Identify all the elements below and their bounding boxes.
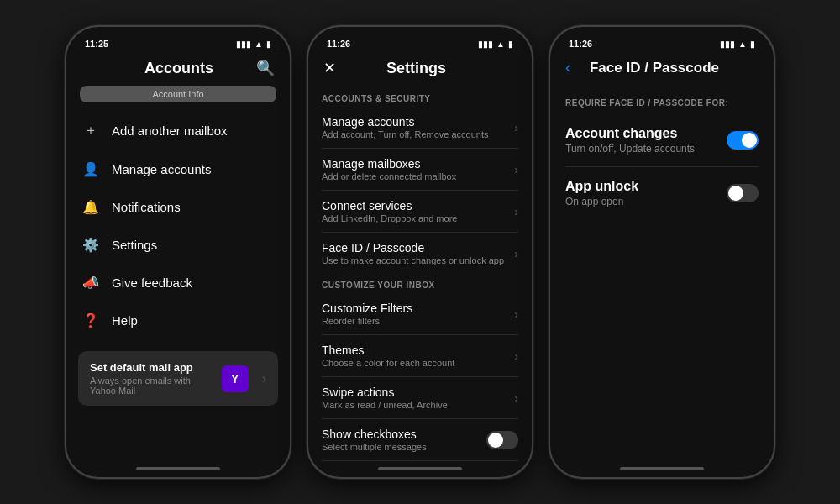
help-icon: ❓: [81, 312, 100, 328]
account-changes-title: Account changes: [565, 126, 727, 141]
section-customize: Customize Your Inbox: [308, 274, 532, 293]
swipe-sub: Mark as read / unread, Archive: [322, 400, 514, 410]
account-changes-sub: Turn on/off, Update accounts: [565, 143, 727, 155]
chevron-icon: ›: [514, 121, 518, 134]
settings-item-manage-accounts[interactable]: Manage accounts Add account, Turn off, R…: [308, 107, 532, 148]
signal-icon-3: ▮▮▮: [720, 39, 735, 49]
chevron-icon-6: ›: [514, 349, 518, 363]
home-indicator-2: [378, 467, 462, 470]
menu-item-add-mailbox[interactable]: ＋ Add another mailbox: [66, 111, 290, 150]
status-bar-2: 11:26 ▮▮▮ ▲ ▮: [308, 27, 532, 52]
section-accounts-security: Accounts & Security: [308, 87, 532, 107]
faceid-sub: Use to make account changes or unlock ap…: [322, 255, 514, 265]
wifi-icon-3: ▲: [738, 39, 747, 49]
menu-item-notifications[interactable]: 🔔 Notifications: [66, 188, 290, 226]
settings-header: ✕ Settings: [308, 52, 532, 87]
phone2-content: ✕ Settings Accounts & Security Manage ac…: [308, 52, 532, 467]
manage-mailboxes-title: Manage mailboxes: [322, 157, 514, 171]
accounts-header: Accounts 🔍: [66, 52, 290, 86]
accounts-title: Accounts: [102, 60, 256, 77]
customize-filters-title: Customize Filters: [322, 302, 514, 315]
yahoo-icon: Y: [222, 365, 249, 392]
manage-accounts-label: Manage accounts: [112, 162, 211, 176]
phone-accounts: 11:25 ▮▮▮ ▲ ▮ Accounts 🔍 Account Info ＋ …: [65, 25, 291, 479]
settings-item-swipe-actions[interactable]: Swipe actions Mark as read / unread, Arc…: [308, 377, 532, 418]
phone-settings: 11:26 ▮▮▮ ▲ ▮ ✕ Settings Accounts & Secu…: [307, 25, 533, 479]
search-icon[interactable]: 🔍: [256, 59, 275, 77]
customize-filters-sub: Reorder filters: [322, 316, 514, 326]
app-unlock-toggle[interactable]: [727, 184, 759, 202]
phones-container: 11:25 ▮▮▮ ▲ ▮ Accounts 🔍 Account Info ＋ …: [0, 8, 840, 496]
settings-item-manage-mailboxes[interactable]: Manage mailboxes Add or delete connected…: [308, 149, 532, 190]
battery-icon: ▮: [266, 39, 271, 49]
status-bar-3: 11:26 ▮▮▮ ▲ ▮: [550, 27, 774, 52]
checkboxes-title: Show checkboxes: [322, 428, 486, 441]
help-label: Help: [112, 313, 138, 328]
phone1-content: Accounts 🔍 Account Info ＋ Add another ma…: [66, 52, 290, 467]
settings-item-customize-filters[interactable]: Customize Filters Reorder filters ›: [308, 293, 532, 334]
chevron-icon-7: ›: [514, 391, 518, 405]
settings-item-themes[interactable]: Themes Choose a color for each account ›: [308, 335, 532, 376]
manage-accounts-title: Manage accounts: [322, 115, 514, 129]
menu-item-settings[interactable]: ⚙️ Settings: [66, 226, 290, 264]
status-icons-3: ▮▮▮ ▲ ▮: [720, 39, 755, 49]
time-2: 11:26: [327, 39, 350, 49]
settings-item-faceid[interactable]: Face ID / Passcode Use to make account c…: [308, 233, 532, 274]
faceid-item-app-unlock: App unlock On app open: [550, 167, 774, 219]
home-indicator-3: [620, 467, 704, 470]
faceid-title: Face ID / Passcode: [322, 241, 514, 255]
connect-services-title: Connect services: [322, 199, 514, 213]
megaphone-icon: 📣: [81, 275, 100, 291]
phone3-content: ‹ Face ID / Passcode Require Face ID / P…: [550, 52, 774, 467]
set-default-text: Set default mail app Always open emails …: [90, 361, 213, 396]
chevron-icon-2: ›: [514, 163, 518, 176]
signal-icon: ▮▮▮: [236, 39, 251, 49]
menu-item-help[interactable]: ❓ Help: [66, 302, 290, 339]
checkboxes-sub: Select multiple messages: [322, 442, 486, 452]
swipe-title: Swipe actions: [322, 386, 514, 399]
status-bar-1: 11:25 ▮▮▮ ▲ ▮: [66, 27, 290, 52]
close-button[interactable]: ✕: [323, 59, 336, 77]
settings-title: Settings: [336, 60, 496, 77]
app-unlock-title: App unlock: [565, 179, 727, 194]
account-changes-toggle[interactable]: [727, 131, 759, 150]
phone-faceid: 11:26 ▮▮▮ ▲ ▮ ‹ Face ID / Passcode Requi…: [549, 25, 775, 479]
themes-title: Themes: [322, 344, 514, 357]
chevron-icon-3: ›: [514, 205, 518, 218]
chevron-icon-5: ›: [514, 307, 518, 321]
notifications-label: Notifications: [112, 200, 181, 214]
settings-label: Settings: [112, 238, 157, 252]
set-default-box[interactable]: Set default mail app Always open emails …: [78, 351, 278, 406]
faceid-page-title: Face ID / Passcode: [570, 60, 738, 76]
person-icon: 👤: [81, 161, 100, 177]
accounts-tab[interactable]: Account Info: [80, 86, 276, 102]
signal-icon-2: ▮▮▮: [478, 39, 493, 49]
status-icons-2: ▮▮▮ ▲ ▮: [478, 39, 513, 49]
settings-item-reply-rec[interactable]: Reply recommendations Gentle reminders t…: [308, 461, 532, 467]
home-indicator-1: [136, 467, 220, 470]
require-label: Require Face ID / Passcode for:: [550, 88, 774, 114]
wifi-icon: ▲: [255, 39, 263, 49]
settings-item-connect-services[interactable]: Connect services Add LinkedIn, Dropbox a…: [308, 191, 532, 232]
connect-services-sub: Add LinkedIn, Dropbox and more: [322, 213, 514, 223]
checkboxes-toggle[interactable]: [486, 431, 518, 449]
feedback-label: Give feedback: [112, 276, 192, 290]
manage-mailboxes-sub: Add or delete connected mailbox: [322, 171, 514, 181]
set-default-title: Set default mail app: [90, 361, 213, 374]
time-3: 11:26: [569, 39, 592, 49]
settings-item-show-checkboxes[interactable]: Show checkboxes Select multiple messages: [308, 419, 532, 460]
bell-icon: 🔔: [81, 199, 100, 215]
status-icons-1: ▮▮▮ ▲ ▮: [236, 39, 271, 49]
battery-icon-3: ▮: [750, 39, 755, 49]
faceid-header: ‹ Face ID / Passcode: [550, 52, 774, 88]
faceid-item-account-changes: Account changes Turn on/off, Update acco…: [550, 114, 774, 166]
gear-icon: ⚙️: [81, 237, 100, 253]
add-icon: ＋: [81, 122, 100, 139]
battery-icon-2: ▮: [508, 39, 513, 49]
menu-item-feedback[interactable]: 📣 Give feedback: [66, 264, 290, 302]
set-default-chevron: ›: [262, 371, 266, 386]
time-1: 11:25: [85, 39, 108, 49]
wifi-icon-2: ▲: [496, 39, 505, 49]
app-unlock-sub: On app open: [565, 196, 727, 207]
menu-item-manage-accounts[interactable]: 👤 Manage accounts: [66, 150, 290, 188]
